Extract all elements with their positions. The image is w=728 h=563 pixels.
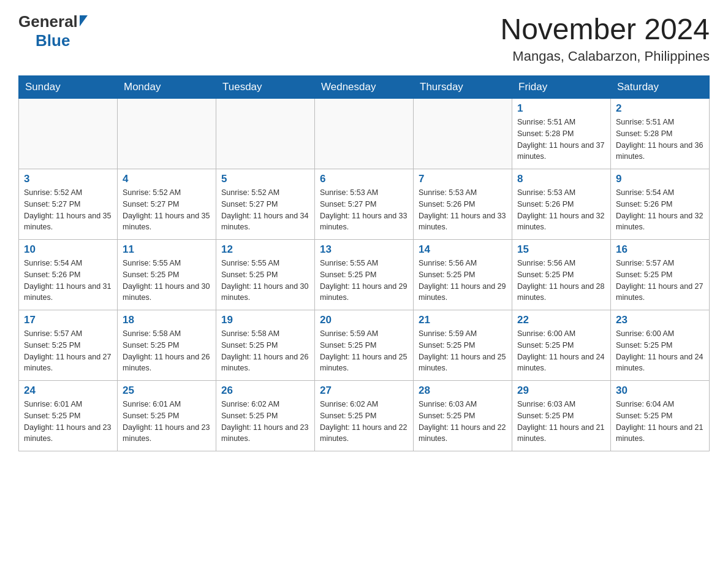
day-info: Sunrise: 6:04 AM Sunset: 5:25 PM Dayligh…	[616, 399, 704, 445]
day-cell: 18Sunrise: 5:58 AM Sunset: 5:25 PM Dayli…	[118, 310, 216, 381]
day-info: Sunrise: 6:00 AM Sunset: 5:25 PM Dayligh…	[616, 328, 704, 374]
day-cell: 4Sunrise: 5:52 AM Sunset: 5:27 PM Daylig…	[118, 169, 216, 240]
day-info: Sunrise: 6:01 AM Sunset: 5:25 PM Dayligh…	[24, 399, 112, 445]
logo-general-text: General	[18, 12, 78, 31]
day-info: Sunrise: 5:52 AM Sunset: 5:27 PM Dayligh…	[123, 187, 211, 233]
day-cell: 3Sunrise: 5:52 AM Sunset: 5:27 PM Daylig…	[19, 169, 118, 240]
day-info: Sunrise: 5:52 AM Sunset: 5:27 PM Dayligh…	[221, 187, 309, 233]
day-cell: 1Sunrise: 5:51 AM Sunset: 5:28 PM Daylig…	[512, 99, 611, 169]
day-cell: 29Sunrise: 6:03 AM Sunset: 5:25 PM Dayli…	[512, 381, 611, 451]
day-number: 11	[123, 243, 211, 256]
day-number: 26	[221, 385, 309, 397]
day-number: 10	[24, 243, 112, 256]
logo-blue-text: Blue	[36, 31, 70, 50]
day-number: 2	[616, 102, 704, 115]
day-info: Sunrise: 5:54 AM Sunset: 5:26 PM Dayligh…	[616, 187, 704, 233]
month-title: November 2024	[500, 12, 710, 46]
day-cell: 6Sunrise: 5:53 AM Sunset: 5:27 PM Daylig…	[315, 169, 414, 240]
day-info: Sunrise: 6:00 AM Sunset: 5:25 PM Dayligh…	[517, 328, 605, 374]
day-info: Sunrise: 5:54 AM Sunset: 5:26 PM Dayligh…	[24, 258, 112, 304]
day-number: 24	[24, 385, 112, 397]
day-info: Sunrise: 5:56 AM Sunset: 5:25 PM Dayligh…	[419, 258, 507, 304]
day-number: 5	[221, 173, 309, 185]
page-header: General Blue November 2024 Mangas, Calab…	[18, 12, 710, 64]
day-cell: 19Sunrise: 5:58 AM Sunset: 5:25 PM Dayli…	[216, 310, 315, 381]
day-info: Sunrise: 5:57 AM Sunset: 5:25 PM Dayligh…	[616, 258, 704, 304]
day-cell	[216, 99, 315, 169]
day-number: 8	[517, 173, 605, 185]
day-number: 3	[24, 173, 112, 185]
day-cell: 8Sunrise: 5:53 AM Sunset: 5:26 PM Daylig…	[512, 169, 611, 240]
day-cell: 12Sunrise: 5:55 AM Sunset: 5:25 PM Dayli…	[216, 240, 315, 310]
day-info: Sunrise: 6:03 AM Sunset: 5:25 PM Dayligh…	[419, 399, 507, 445]
calendar-header-row: Sunday Monday Tuesday Wednesday Thursday…	[19, 76, 710, 99]
day-info: Sunrise: 6:02 AM Sunset: 5:25 PM Dayligh…	[221, 399, 309, 445]
day-info: Sunrise: 5:56 AM Sunset: 5:25 PM Dayligh…	[517, 258, 605, 304]
day-cell	[414, 99, 512, 169]
day-cell: 9Sunrise: 5:54 AM Sunset: 5:26 PM Daylig…	[611, 169, 710, 240]
week-row-4: 17Sunrise: 5:57 AM Sunset: 5:25 PM Dayli…	[19, 310, 710, 381]
day-cell: 28Sunrise: 6:03 AM Sunset: 5:25 PM Dayli…	[414, 381, 512, 451]
day-number: 19	[221, 314, 309, 326]
day-info: Sunrise: 5:53 AM Sunset: 5:26 PM Dayligh…	[517, 187, 605, 233]
col-wednesday: Wednesday	[315, 76, 414, 99]
col-thursday: Thursday	[414, 76, 512, 99]
day-number: 15	[517, 243, 605, 256]
calendar-table: Sunday Monday Tuesday Wednesday Thursday…	[18, 75, 710, 451]
day-info: Sunrise: 5:53 AM Sunset: 5:27 PM Dayligh…	[320, 187, 408, 233]
day-cell: 2Sunrise: 5:51 AM Sunset: 5:28 PM Daylig…	[611, 99, 710, 169]
day-number: 4	[123, 173, 211, 185]
day-info: Sunrise: 5:51 AM Sunset: 5:28 PM Dayligh…	[517, 117, 605, 163]
week-row-5: 24Sunrise: 6:01 AM Sunset: 5:25 PM Dayli…	[19, 381, 710, 451]
day-number: 7	[419, 173, 507, 185]
day-number: 23	[616, 314, 704, 326]
day-cell	[118, 99, 216, 169]
day-cell: 7Sunrise: 5:53 AM Sunset: 5:26 PM Daylig…	[414, 169, 512, 240]
day-number: 13	[320, 243, 408, 256]
day-info: Sunrise: 6:01 AM Sunset: 5:25 PM Dayligh…	[123, 399, 211, 445]
day-cell: 21Sunrise: 5:59 AM Sunset: 5:25 PM Dayli…	[414, 310, 512, 381]
week-row-3: 10Sunrise: 5:54 AM Sunset: 5:26 PM Dayli…	[19, 240, 710, 310]
day-number: 21	[419, 314, 507, 326]
day-info: Sunrise: 5:58 AM Sunset: 5:25 PM Dayligh…	[221, 328, 309, 374]
day-number: 18	[123, 314, 211, 326]
day-info: Sunrise: 5:51 AM Sunset: 5:28 PM Dayligh…	[616, 117, 704, 163]
day-info: Sunrise: 5:59 AM Sunset: 5:25 PM Dayligh…	[320, 328, 408, 374]
day-cell: 24Sunrise: 6:01 AM Sunset: 5:25 PM Dayli…	[19, 381, 118, 451]
day-number: 6	[320, 173, 408, 185]
day-number: 14	[419, 243, 507, 256]
day-number: 30	[616, 385, 704, 397]
day-number: 17	[24, 314, 112, 326]
col-sunday: Sunday	[19, 76, 118, 99]
col-monday: Monday	[118, 76, 216, 99]
day-number: 1	[517, 102, 605, 115]
day-cell: 15Sunrise: 5:56 AM Sunset: 5:25 PM Dayli…	[512, 240, 611, 310]
day-cell: 27Sunrise: 6:02 AM Sunset: 5:25 PM Dayli…	[315, 381, 414, 451]
col-friday: Friday	[512, 76, 611, 99]
day-number: 27	[320, 385, 408, 397]
day-info: Sunrise: 6:03 AM Sunset: 5:25 PM Dayligh…	[517, 399, 605, 445]
day-cell: 5Sunrise: 5:52 AM Sunset: 5:27 PM Daylig…	[216, 169, 315, 240]
day-cell: 25Sunrise: 6:01 AM Sunset: 5:25 PM Dayli…	[118, 381, 216, 451]
day-number: 9	[616, 173, 704, 185]
day-cell: 20Sunrise: 5:59 AM Sunset: 5:25 PM Dayli…	[315, 310, 414, 381]
day-info: Sunrise: 5:55 AM Sunset: 5:25 PM Dayligh…	[123, 258, 211, 304]
day-info: Sunrise: 5:55 AM Sunset: 5:25 PM Dayligh…	[221, 258, 309, 304]
day-cell: 26Sunrise: 6:02 AM Sunset: 5:25 PM Dayli…	[216, 381, 315, 451]
day-cell: 16Sunrise: 5:57 AM Sunset: 5:25 PM Dayli…	[611, 240, 710, 310]
day-info: Sunrise: 5:58 AM Sunset: 5:25 PM Dayligh…	[123, 328, 211, 374]
day-cell: 23Sunrise: 6:00 AM Sunset: 5:25 PM Dayli…	[611, 310, 710, 381]
location-subtitle: Mangas, Calabarzon, Philippines	[500, 48, 710, 64]
title-area: November 2024 Mangas, Calabarzon, Philip…	[500, 12, 710, 64]
day-number: 25	[123, 385, 211, 397]
day-info: Sunrise: 5:57 AM Sunset: 5:25 PM Dayligh…	[24, 328, 112, 374]
col-tuesday: Tuesday	[216, 76, 315, 99]
day-info: Sunrise: 6:02 AM Sunset: 5:25 PM Dayligh…	[320, 399, 408, 445]
day-cell	[19, 99, 118, 169]
day-cell: 10Sunrise: 5:54 AM Sunset: 5:26 PM Dayli…	[19, 240, 118, 310]
day-cell: 30Sunrise: 6:04 AM Sunset: 5:25 PM Dayli…	[611, 381, 710, 451]
day-cell: 17Sunrise: 5:57 AM Sunset: 5:25 PM Dayli…	[19, 310, 118, 381]
day-info: Sunrise: 5:59 AM Sunset: 5:25 PM Dayligh…	[419, 328, 507, 374]
day-number: 20	[320, 314, 408, 326]
day-number: 22	[517, 314, 605, 326]
